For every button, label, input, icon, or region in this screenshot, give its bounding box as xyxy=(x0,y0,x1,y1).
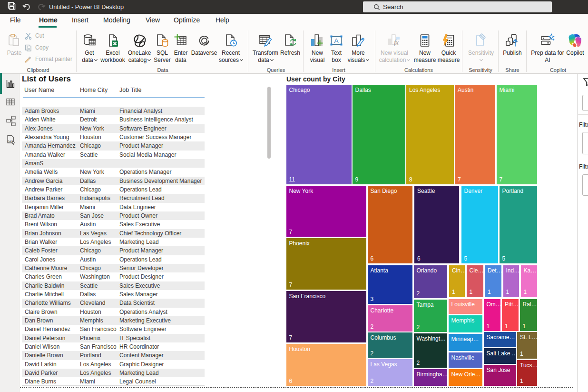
svg-text:A: A xyxy=(334,37,338,44)
svg-text:DAX: DAX xyxy=(8,140,13,143)
svg-text:fx: fx xyxy=(394,39,399,46)
